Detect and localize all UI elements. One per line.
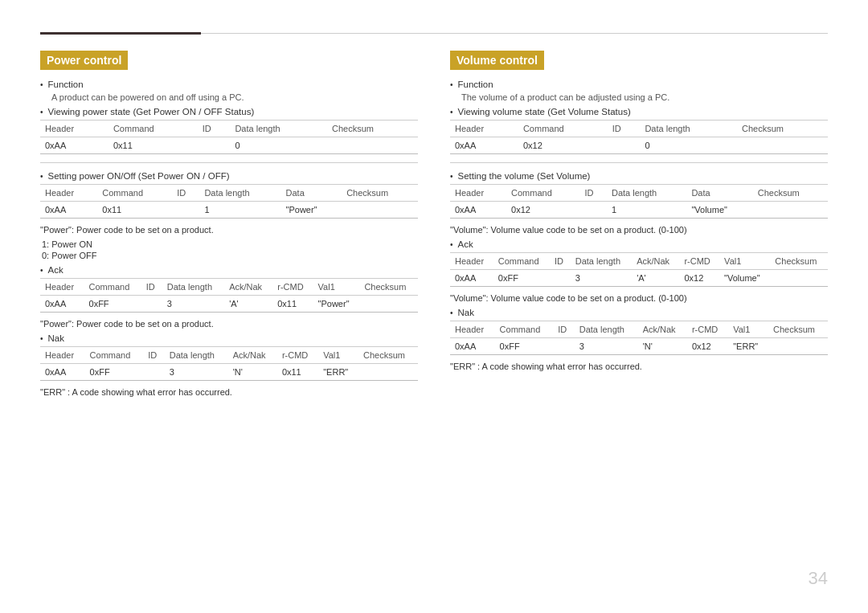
bullet-icon9: •	[450, 240, 453, 249]
col-h6: r-CMD	[679, 253, 719, 270]
cell-command: 0xFF	[495, 338, 554, 355]
col-header-checksum2: Checksum	[342, 185, 418, 202]
cell-checksum	[737, 137, 828, 154]
bullet-icon7: •	[450, 108, 453, 116]
power-view-table: Header Command ID Data length Checksum 0…	[40, 120, 418, 154]
page-number: 34	[809, 568, 828, 589]
bullet-icon6: •	[450, 80, 453, 89]
vol-ack-label: Ack	[458, 239, 473, 249]
cell-checksum	[359, 296, 418, 313]
top-rule	[40, 32, 828, 35]
vol-function-description: The volume of a product can be adjusted …	[461, 92, 828, 102]
col-h3: ID	[550, 253, 571, 270]
cell-datalength: 0	[230, 137, 327, 154]
cell-checksum	[770, 270, 828, 287]
cell-acknak: 'N'	[228, 364, 277, 381]
cell-checksum	[342, 202, 418, 219]
col-h3: ID	[141, 279, 162, 296]
vol-ack-bullet: • Ack	[450, 239, 828, 249]
cell-command: 0x11	[97, 202, 172, 219]
col-command: Command	[506, 185, 579, 202]
vol-function-label: Function	[458, 80, 493, 89]
cell-header: 0xAA	[40, 137, 108, 154]
bullet-icon4: •	[40, 266, 43, 275]
col-id: ID	[579, 185, 607, 202]
volume-view-table: Header Command ID Data length Checksum 0…	[450, 120, 828, 154]
col-h2: Command	[493, 253, 550, 270]
volume-note1: "Volume": Volume value code to be set on…	[450, 225, 828, 235]
cell-id	[198, 137, 231, 154]
col-h6: r-CMD	[277, 347, 318, 364]
volume-nak-table: Header Command ID Data length Ack/Nak r-…	[450, 321, 828, 355]
volume-ack-table: Header Command ID Data length Ack/Nak r-…	[450, 252, 828, 287]
power-control-section: Power control • Function A product can b…	[40, 51, 418, 402]
col-header-header: Header	[40, 121, 108, 137]
col-h1: Header	[450, 253, 493, 270]
col-id: ID	[608, 121, 641, 137]
cell-datalength: 3	[162, 296, 224, 313]
cell-command: 0xFF	[85, 364, 144, 381]
power-nak-table: Header Command ID Data length Ack/Nak r-…	[40, 346, 418, 381]
col-h8: Checksum	[768, 321, 828, 338]
nak-bullet: • Nak	[40, 333, 418, 343]
cell-id	[579, 202, 607, 219]
col-h8: Checksum	[770, 253, 828, 270]
vol-function-bullet: • Function	[450, 80, 828, 89]
bullet-icon8: •	[450, 172, 453, 181]
table-row: 0xAA 0x12 0	[450, 137, 828, 154]
cell-checksum	[768, 338, 828, 355]
table-row: 0xAA 0x11 0	[40, 137, 418, 154]
ack-bullet: • Ack	[40, 265, 418, 275]
volume-note2: "Volume": Volume value code to be set on…	[450, 293, 828, 303]
cell-acknak: 'A'	[224, 296, 272, 313]
cell-rcmd: 0x12	[687, 338, 728, 355]
nak-label: Nak	[48, 333, 64, 343]
cell-rcmd: 0x12	[679, 270, 719, 287]
err-note-left: "ERR" : A code showing what error has oc…	[40, 387, 418, 397]
cell-checksum	[753, 202, 828, 219]
col-header-id: ID	[198, 121, 231, 137]
cell-header: 0xAA	[40, 364, 85, 381]
cell-command: 0xFF	[493, 270, 550, 287]
cell-datalength: 0	[640, 137, 737, 154]
volume-control-section: Volume control • Function The volume of …	[450, 51, 828, 402]
cell-checksum	[358, 364, 418, 381]
bullet-icon10: •	[450, 309, 453, 317]
cell-id	[172, 202, 199, 219]
col-h6: r-CMD	[687, 321, 728, 338]
main-content: Power control • Function A product can b…	[40, 51, 828, 402]
function-label: Function	[48, 80, 84, 89]
col-datalength: Data length	[607, 185, 686, 202]
cell-datalength: 1	[199, 202, 280, 219]
function-bullet: • Function	[40, 80, 418, 89]
col-header: Header	[450, 185, 506, 202]
col-h5: Ack/Nak	[228, 347, 277, 364]
col-header-checksum: Checksum	[327, 121, 418, 137]
col-h1: Header	[40, 347, 85, 364]
cell-data: "Volume"	[686, 202, 752, 219]
col-header: Header	[450, 121, 518, 137]
bullet-icon5: •	[40, 334, 43, 343]
col-h2: Command	[85, 347, 144, 364]
power-note1: "Power": Power code to be set on a produ…	[40, 225, 418, 235]
col-data: Data	[686, 185, 752, 202]
col-h3: ID	[553, 321, 575, 338]
cell-command: 0x12	[506, 202, 579, 219]
col-h6: r-CMD	[272, 279, 313, 296]
table-row: 0xAA 0x12 1 "Volume"	[450, 202, 828, 219]
col-h4: Data length	[575, 321, 638, 338]
table-row: 0xAA 0xFF 3 'A' 0x12 "Volume"	[450, 270, 828, 287]
table-row: 0xAA 0xFF 3 'N' 0x12 "ERR"	[450, 338, 828, 355]
table-row: 0xAA 0xFF 3 'N' 0x11 "ERR"	[40, 364, 418, 381]
setting-volume-text: Setting the volume (Set Volume)	[458, 171, 591, 181]
col-header-header2: Header	[40, 185, 97, 202]
power-value-0: 0: Power OFF	[42, 251, 418, 260]
col-header-command: Command	[108, 121, 198, 137]
cell-command: 0x11	[108, 137, 198, 154]
cell-header: 0xAA	[40, 202, 97, 219]
cell-val1: "ERR"	[728, 338, 768, 355]
volume-control-title: Volume control	[450, 51, 544, 70]
col-h7: Val1	[719, 253, 770, 270]
divider	[40, 162, 418, 163]
cell-header: 0xAA	[450, 137, 518, 154]
